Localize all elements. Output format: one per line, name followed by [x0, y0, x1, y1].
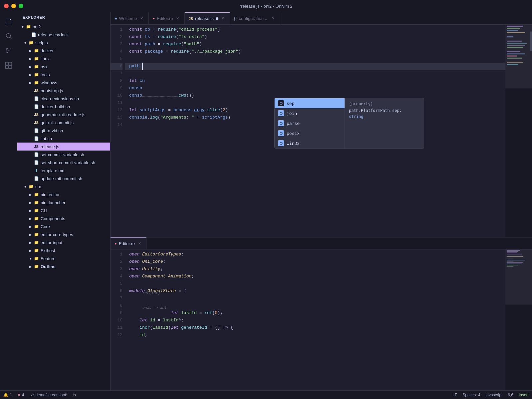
sidebar-item-src[interactable]: ▼ 📁 src	[17, 183, 110, 191]
status-language[interactable]: javascript	[486, 393, 503, 397]
sidebar-item-linux[interactable]: ▶ 📁 linux	[17, 55, 110, 63]
activity-bar	[0, 12, 17, 390]
autocomplete-item-sep[interactable]: ⬡ sep	[275, 98, 345, 108]
chevron-right-icon: ▶	[28, 208, 33, 213]
sidebar-item-editor-core-types[interactable]: ▶ 📁 editor-core-types	[17, 230, 110, 238]
chevron-right-icon: ▶	[28, 216, 33, 221]
folder-label: Components	[41, 216, 110, 221]
bottom-line-numbers: 1 2 3 4 5 6 7 8 9 10 11 12	[111, 249, 125, 390]
folder-label: osx	[41, 64, 110, 69]
tab-configuration[interactable]: {} configuration.... ✕	[230, 12, 280, 24]
sidebar-item-set-short-commit[interactable]: 📄 set-short-commit-variable.sh	[17, 159, 110, 167]
minimap-scrollbar[interactable]	[530, 25, 532, 237]
code-line: const path = require("path")	[125, 41, 505, 48]
code-line: module GlobalState = {	[125, 287, 505, 295]
search-icon[interactable]	[2, 29, 15, 43]
sidebar-item-set-commit-variable[interactable]: 📄 set-commit-variable.sh	[17, 151, 110, 159]
sidebar-item-release-js[interactable]: JS release.js	[17, 143, 110, 151]
extensions-icon[interactable]	[2, 59, 15, 72]
svg-rect-40	[505, 249, 532, 305]
close-icon[interactable]: ✕	[139, 16, 144, 21]
bottom-tab-editor-re[interactable]: ● Editor.re ✕	[111, 237, 146, 249]
code-line	[125, 55, 505, 63]
close-button[interactable]	[4, 4, 9, 8]
error-icon: ✕	[17, 393, 21, 397]
autocomplete-item-win32[interactable]: ⬡ win32	[275, 138, 345, 148]
spacer	[28, 112, 33, 117]
window-controls[interactable]	[4, 4, 23, 8]
maximize-button[interactable]	[19, 4, 23, 8]
sidebar-item-tools[interactable]: ▶ 📁 tools	[17, 71, 110, 79]
tab-label: configuration....	[239, 16, 268, 21]
sidebar-item-cli[interactable]: ▶ 📁 CLI	[17, 206, 110, 214]
branch-name: demo/screenshot*	[35, 393, 68, 397]
sidebar-item-outline[interactable]: ▶ 📁 Outline	[17, 262, 110, 270]
sidebar-item-oni2[interactable]: ▼ 📁 oni2	[17, 23, 110, 31]
js-file-icon: JS	[33, 88, 39, 94]
vim-mode-label: Insert	[519, 393, 529, 397]
status-git-branch[interactable]: ⎇ demo/screenshot*	[29, 393, 68, 397]
sidebar-item-editor-input[interactable]: ▶ 📁 editor-input	[17, 238, 110, 246]
folder-icon: 📁	[33, 207, 39, 213]
status-cursor-position[interactable]: 6,6	[508, 393, 513, 397]
sidebar-item-generate-mit-readme[interactable]: JS generate-mit-readme.js	[17, 111, 110, 119]
tab-welcome[interactable]: ≡ Welcome ✕	[111, 12, 149, 24]
status-spaces[interactable]: Spaces: 4	[462, 393, 480, 397]
autocomplete-item-join[interactable]: ⬡ join	[275, 108, 345, 118]
tab-bar: ≡ Welcome ✕ ● Editor.re ✕ JS release.js …	[111, 12, 532, 25]
minimap-thumb[interactable]	[530, 31, 532, 51]
sidebar-item-scripts[interactable]: ▼ 📁 scripts	[17, 39, 110, 47]
sidebar-item-release-esy-lock[interactable]: 📄 release.esy.lock	[17, 31, 110, 39]
status-notifications[interactable]: 🔔 1	[3, 393, 12, 397]
sidebar-item-core[interactable]: ▶ 📁 Core	[17, 222, 110, 230]
close-icon[interactable]: ✕	[137, 241, 142, 246]
folder-icon: 📁	[33, 48, 39, 54]
status-sync[interactable]: ↻	[73, 393, 76, 397]
file-label: gif-to-vid.sh	[41, 128, 110, 133]
minimize-button[interactable]	[11, 4, 16, 8]
svg-line-1	[10, 37, 11, 39]
tab-editor-re[interactable]: ● Editor.re ✕	[149, 12, 185, 24]
spacer	[28, 96, 33, 101]
sidebar-item-bin-launcher[interactable]: ▶ 📁 bin_launcher	[17, 199, 110, 206]
autocomplete-item-parse[interactable]: ⬡ parse	[275, 118, 345, 128]
file-label: release.js	[41, 144, 110, 149]
sidebar-content[interactable]: ▼ 📁 oni2 📄 release.esy.lock ▼ 📁 scripts …	[17, 23, 110, 390]
status-line-ending[interactable]: LF	[452, 393, 457, 397]
close-icon[interactable]: ✕	[175, 16, 180, 21]
sidebar-item-osx[interactable]: ▶ 📁 osx	[17, 63, 110, 71]
top-editor[interactable]: 1 2 3 4 5 6 7 8 9 10 11 12 13 14 const c…	[111, 25, 532, 237]
close-icon[interactable]: ✕	[270, 16, 276, 21]
line-ending-label: LF	[452, 393, 457, 397]
sidebar-item-clean-extensions[interactable]: 📄 clean-extensions.sh	[17, 95, 110, 103]
sidebar-item-docker-build[interactable]: 📄 docker-build.sh	[17, 103, 110, 111]
file-label: bootstrap.js	[41, 88, 110, 93]
autocomplete-label: join	[287, 111, 297, 116]
sidebar-item-components[interactable]: ▶ 📁 Components	[17, 214, 110, 222]
sidebar-item-bootstrap-js[interactable]: JS bootstrap.js	[17, 87, 110, 95]
sidebar-item-get-mit-commit[interactable]: JS get-mit-commit.js	[17, 119, 110, 127]
files-icon[interactable]	[2, 15, 15, 28]
file-label: docker-build.sh	[41, 104, 110, 109]
close-icon[interactable]: ✕	[220, 16, 226, 21]
autocomplete-dropdown[interactable]: ⬡ sep ⬡ join ⬡ parse ⬡ p	[274, 98, 424, 149]
git-icon[interactable]	[2, 44, 15, 57]
sidebar-item-feature[interactable]: ▼ 📁 Feature	[17, 254, 110, 262]
tab-release-js[interactable]: JS release.js ✕	[185, 12, 230, 24]
sidebar-item-lint[interactable]: 📄 lint.sh	[17, 135, 110, 143]
status-errors[interactable]: ✕ 4	[17, 393, 24, 397]
sidebar-item-template-md[interactable]: ⬇ template.md	[17, 167, 110, 175]
sidebar-item-gif-to-vid[interactable]: 📄 gif-to-vid.sh	[17, 127, 110, 135]
bottom-code-editor[interactable]: 1 2 3 4 5 6 7 8 9 10 11 12 open Ed	[111, 249, 532, 390]
sidebar-item-update-mit-commit[interactable]: 📄 update-mit-commit.sh	[17, 175, 110, 183]
sidebar-item-exthost[interactable]: ▶ 📁 Exthost	[17, 246, 110, 254]
autocomplete-item-posix[interactable]: ⬡ posix	[275, 128, 345, 138]
sidebar-item-windows[interactable]: ▶ 📁 windows	[17, 79, 110, 87]
spaces-label: Spaces: 4	[462, 393, 480, 397]
sidebar-item-bin-editor[interactable]: ▶ 📁 bin_editor	[17, 191, 110, 199]
bottom-code-content[interactable]: open EditorCoreTypes; open Oni_Core; ope…	[125, 249, 505, 390]
language-label: javascript	[486, 393, 503, 397]
code-line: let cu	[125, 77, 505, 85]
autocomplete-list: ⬡ sep ⬡ join ⬡ parse ⬡ p	[275, 98, 345, 148]
sidebar-item-docker[interactable]: ▶ 📁 docker	[17, 47, 110, 55]
